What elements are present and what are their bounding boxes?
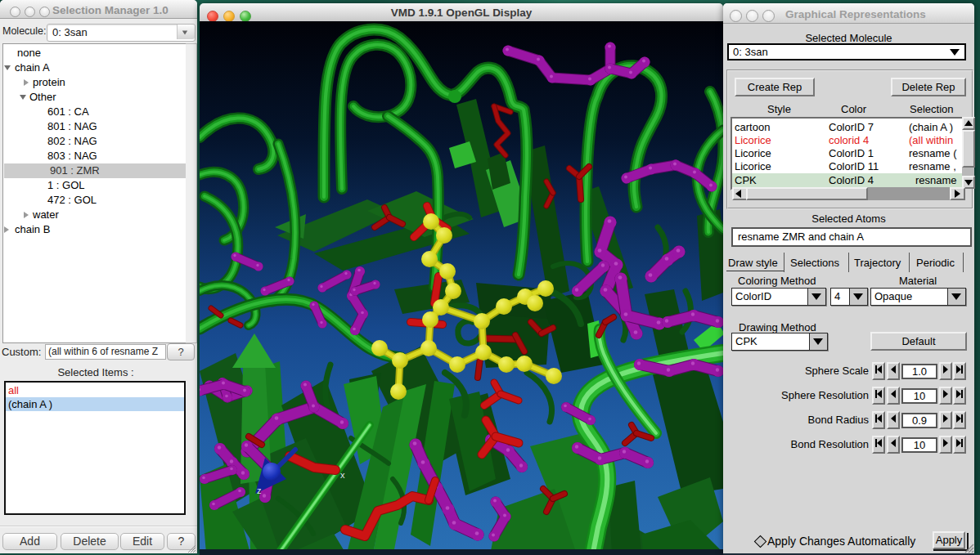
svg-text:x: x (340, 470, 345, 480)
svg-text:z: z (257, 486, 262, 495)
